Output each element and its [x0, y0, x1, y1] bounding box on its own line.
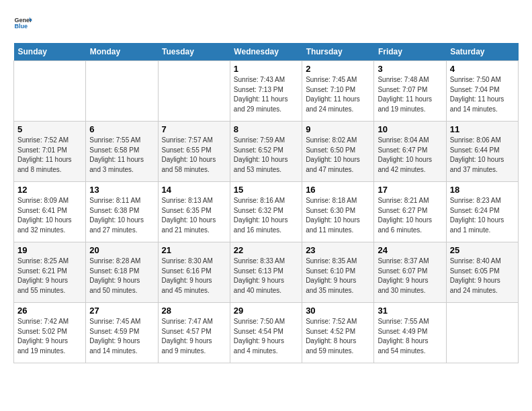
logo-icon: General Blue	[13, 13, 32, 32]
day-info: Sunrise: 7:59 AM Sunset: 6:52 PM Dayligh…	[234, 136, 298, 175]
calendar-cell: 19Sunrise: 8:25 AM Sunset: 6:21 PM Dayli…	[14, 242, 86, 303]
svg-text:Blue: Blue	[14, 23, 28, 30]
weekday-header-friday: Friday	[374, 43, 446, 61]
day-info: Sunrise: 7:52 AM Sunset: 4:52 PM Dayligh…	[306, 317, 370, 356]
day-number: 30	[306, 306, 370, 316]
calendar-cell: 12Sunrise: 8:09 AM Sunset: 6:41 PM Dayli…	[14, 182, 86, 242]
weekday-header-tuesday: Tuesday	[158, 43, 230, 61]
day-number: 23	[306, 245, 370, 255]
weekday-header-thursday: Thursday	[302, 43, 374, 61]
day-number: 19	[17, 245, 82, 255]
day-info: Sunrise: 8:11 AM Sunset: 6:38 PM Dayligh…	[89, 196, 154, 235]
day-info: Sunrise: 7:50 AM Sunset: 4:54 PM Dayligh…	[234, 317, 298, 356]
day-info: Sunrise: 7:48 AM Sunset: 7:07 PM Dayligh…	[378, 75, 442, 114]
day-info: Sunrise: 7:45 AM Sunset: 4:59 PM Dayligh…	[89, 317, 154, 356]
day-number: 9	[306, 124, 370, 134]
calendar-cell: 9Sunrise: 8:02 AM Sunset: 6:50 PM Daylig…	[302, 122, 374, 182]
calendar-cell: 31Sunrise: 7:55 AM Sunset: 4:49 PM Dayli…	[374, 303, 446, 363]
calendar-cell	[86, 61, 158, 122]
day-info: Sunrise: 7:52 AM Sunset: 7:01 PM Dayligh…	[17, 136, 82, 175]
day-number: 3	[378, 64, 442, 74]
day-info: Sunrise: 8:25 AM Sunset: 6:21 PM Dayligh…	[17, 257, 82, 295]
calendar-table: SundayMondayTuesdayWednesdayThursdayFrid…	[13, 43, 519, 363]
day-number: 18	[450, 185, 515, 195]
day-info: Sunrise: 8:35 AM Sunset: 6:10 PM Dayligh…	[306, 257, 370, 295]
day-number: 17	[378, 185, 442, 195]
calendar-cell: 17Sunrise: 8:21 AM Sunset: 6:27 PM Dayli…	[374, 182, 446, 242]
day-number: 1	[234, 64, 298, 74]
day-info: Sunrise: 7:57 AM Sunset: 6:55 PM Dayligh…	[162, 136, 226, 175]
day-number: 12	[17, 185, 82, 195]
calendar-cell: 4Sunrise: 7:50 AM Sunset: 7:04 PM Daylig…	[446, 61, 518, 122]
calendar-cell: 30Sunrise: 7:52 AM Sunset: 4:52 PM Dayli…	[302, 303, 374, 363]
day-number: 28	[162, 306, 226, 316]
day-number: 22	[234, 245, 298, 255]
calendar-cell: 18Sunrise: 8:23 AM Sunset: 6:24 PM Dayli…	[446, 182, 518, 242]
calendar-cell: 27Sunrise: 7:45 AM Sunset: 4:59 PM Dayli…	[86, 303, 158, 363]
weekday-header-row: SundayMondayTuesdayWednesdayThursdayFrid…	[14, 43, 519, 61]
day-number: 13	[89, 185, 154, 195]
weekday-header-sunday: Sunday	[14, 43, 86, 61]
calendar-week-2: 5Sunrise: 7:52 AM Sunset: 7:01 PM Daylig…	[14, 122, 519, 182]
day-info: Sunrise: 8:40 AM Sunset: 6:05 PM Dayligh…	[450, 257, 515, 295]
day-info: Sunrise: 8:16 AM Sunset: 6:32 PM Dayligh…	[234, 196, 298, 235]
calendar-cell: 23Sunrise: 8:35 AM Sunset: 6:10 PM Dayli…	[302, 242, 374, 303]
day-info: Sunrise: 7:42 AM Sunset: 5:02 PM Dayligh…	[17, 317, 82, 356]
day-number: 6	[89, 124, 154, 134]
day-info: Sunrise: 7:55 AM Sunset: 4:49 PM Dayligh…	[378, 317, 442, 356]
day-info: Sunrise: 8:37 AM Sunset: 6:07 PM Dayligh…	[378, 257, 442, 295]
day-number: 8	[234, 124, 298, 134]
day-number: 4	[450, 64, 515, 74]
calendar-cell: 29Sunrise: 7:50 AM Sunset: 4:54 PM Dayli…	[230, 303, 302, 363]
day-number: 26	[17, 306, 82, 316]
calendar-week-4: 19Sunrise: 8:25 AM Sunset: 6:21 PM Dayli…	[14, 242, 519, 303]
day-number: 27	[89, 306, 154, 316]
weekday-header-wednesday: Wednesday	[230, 43, 302, 61]
day-info: Sunrise: 8:33 AM Sunset: 6:13 PM Dayligh…	[234, 257, 298, 295]
day-number: 15	[234, 185, 298, 195]
weekday-header-saturday: Saturday	[446, 43, 518, 61]
calendar-week-1: 1Sunrise: 7:43 AM Sunset: 7:13 PM Daylig…	[14, 61, 519, 122]
day-info: Sunrise: 7:43 AM Sunset: 7:13 PM Dayligh…	[234, 75, 298, 114]
day-number: 2	[306, 64, 370, 74]
day-info: Sunrise: 8:13 AM Sunset: 6:35 PM Dayligh…	[162, 196, 226, 235]
calendar-cell: 21Sunrise: 8:30 AM Sunset: 6:16 PM Dayli…	[158, 242, 230, 303]
weekday-header-monday: Monday	[86, 43, 158, 61]
calendar-cell	[446, 303, 518, 363]
day-number: 29	[234, 306, 298, 316]
day-info: Sunrise: 8:28 AM Sunset: 6:18 PM Dayligh…	[89, 257, 154, 295]
calendar-cell: 14Sunrise: 8:13 AM Sunset: 6:35 PM Dayli…	[158, 182, 230, 242]
calendar-cell: 15Sunrise: 8:16 AM Sunset: 6:32 PM Dayli…	[230, 182, 302, 242]
day-number: 24	[378, 245, 442, 255]
calendar-cell: 25Sunrise: 8:40 AM Sunset: 6:05 PM Dayli…	[446, 242, 518, 303]
day-number: 21	[162, 245, 226, 255]
calendar-cell: 26Sunrise: 7:42 AM Sunset: 5:02 PM Dayli…	[14, 303, 86, 363]
calendar-week-3: 12Sunrise: 8:09 AM Sunset: 6:41 PM Dayli…	[14, 182, 519, 242]
day-info: Sunrise: 7:55 AM Sunset: 6:58 PM Dayligh…	[89, 136, 154, 175]
calendar-cell: 2Sunrise: 7:45 AM Sunset: 7:10 PM Daylig…	[302, 61, 374, 122]
calendar-cell: 5Sunrise: 7:52 AM Sunset: 7:01 PM Daylig…	[14, 122, 86, 182]
calendar-cell: 7Sunrise: 7:57 AM Sunset: 6:55 PM Daylig…	[158, 122, 230, 182]
day-number: 11	[450, 124, 515, 134]
day-info: Sunrise: 7:50 AM Sunset: 7:04 PM Dayligh…	[450, 75, 515, 114]
day-info: Sunrise: 8:30 AM Sunset: 6:16 PM Dayligh…	[162, 257, 226, 295]
day-number: 25	[450, 245, 515, 255]
day-info: Sunrise: 7:47 AM Sunset: 4:57 PM Dayligh…	[162, 317, 226, 356]
day-number: 5	[17, 124, 82, 134]
day-info: Sunrise: 8:02 AM Sunset: 6:50 PM Dayligh…	[306, 136, 370, 175]
day-number: 31	[378, 306, 442, 316]
day-number: 16	[306, 185, 370, 195]
calendar-cell: 10Sunrise: 8:04 AM Sunset: 6:47 PM Dayli…	[374, 122, 446, 182]
day-number: 10	[378, 124, 442, 134]
day-number: 20	[89, 245, 154, 255]
calendar-cell: 13Sunrise: 8:11 AM Sunset: 6:38 PM Dayli…	[86, 182, 158, 242]
calendar-cell: 6Sunrise: 7:55 AM Sunset: 6:58 PM Daylig…	[86, 122, 158, 182]
page-header: General Blue	[13, 13, 519, 32]
calendar-week-5: 26Sunrise: 7:42 AM Sunset: 5:02 PM Dayli…	[14, 303, 519, 363]
day-info: Sunrise: 7:45 AM Sunset: 7:10 PM Dayligh…	[306, 75, 370, 114]
calendar-cell	[158, 61, 230, 122]
calendar-cell: 8Sunrise: 7:59 AM Sunset: 6:52 PM Daylig…	[230, 122, 302, 182]
calendar-cell: 24Sunrise: 8:37 AM Sunset: 6:07 PM Dayli…	[374, 242, 446, 303]
day-number: 7	[162, 124, 226, 134]
calendar-cell: 3Sunrise: 7:48 AM Sunset: 7:07 PM Daylig…	[374, 61, 446, 122]
